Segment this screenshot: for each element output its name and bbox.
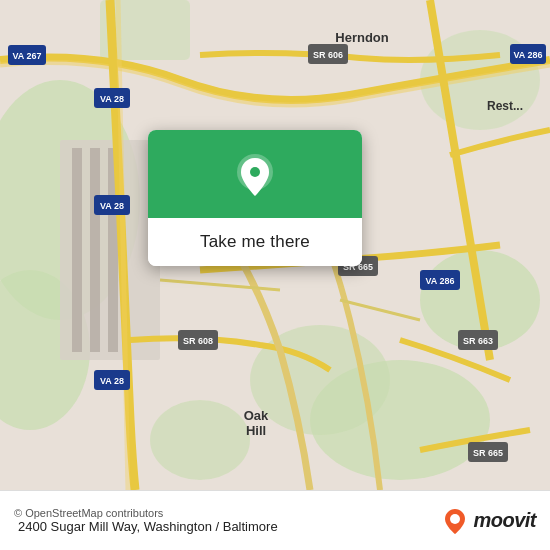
moovit-pin-icon (441, 507, 469, 535)
svg-text:VA 286: VA 286 (513, 50, 542, 60)
svg-text:SR 665: SR 665 (473, 448, 503, 458)
popup-icon-area (148, 130, 362, 218)
bottom-left: © OpenStreetMap contributors 2400 Sugar … (14, 507, 278, 534)
svg-text:SR 608: SR 608 (183, 336, 213, 346)
svg-text:Oak: Oak (244, 408, 269, 423)
svg-point-42 (250, 167, 260, 177)
svg-rect-10 (72, 148, 82, 352)
svg-text:SR 663: SR 663 (463, 336, 493, 346)
svg-text:Herndon: Herndon (335, 30, 389, 45)
svg-rect-11 (90, 148, 100, 352)
svg-text:VA 28: VA 28 (100, 376, 124, 386)
address-area: 2400 Sugar Mill Way, Washington / Baltim… (18, 519, 278, 534)
svg-text:VA 28: VA 28 (100, 201, 124, 211)
address-text: 2400 Sugar Mill Way, Washington / Baltim… (18, 519, 278, 534)
svg-text:SR 606: SR 606 (313, 50, 343, 60)
moovit-logo: moovit (441, 507, 536, 535)
popup-card: Take me there (148, 130, 362, 266)
svg-text:VA 28: VA 28 (100, 94, 124, 104)
svg-text:Hill: Hill (246, 423, 266, 438)
svg-text:VA 286: VA 286 (425, 276, 454, 286)
svg-point-43 (450, 514, 460, 524)
location-pin-icon (231, 152, 279, 200)
svg-point-6 (150, 400, 250, 480)
osm-attribution: © OpenStreetMap contributors (14, 507, 163, 519)
take-me-there-button[interactable]: Take me there (148, 218, 362, 266)
attribution: © OpenStreetMap contributors (14, 507, 278, 519)
svg-text:VA 267: VA 267 (12, 51, 41, 61)
svg-text:Rest...: Rest... (487, 99, 523, 113)
map-container: VA 267 VA 28 VA 28 VA 28 SR 606 VA 286 V… (0, 0, 550, 490)
bottom-bar: © OpenStreetMap contributors 2400 Sugar … (0, 490, 550, 550)
moovit-logo-text: moovit (473, 509, 536, 532)
